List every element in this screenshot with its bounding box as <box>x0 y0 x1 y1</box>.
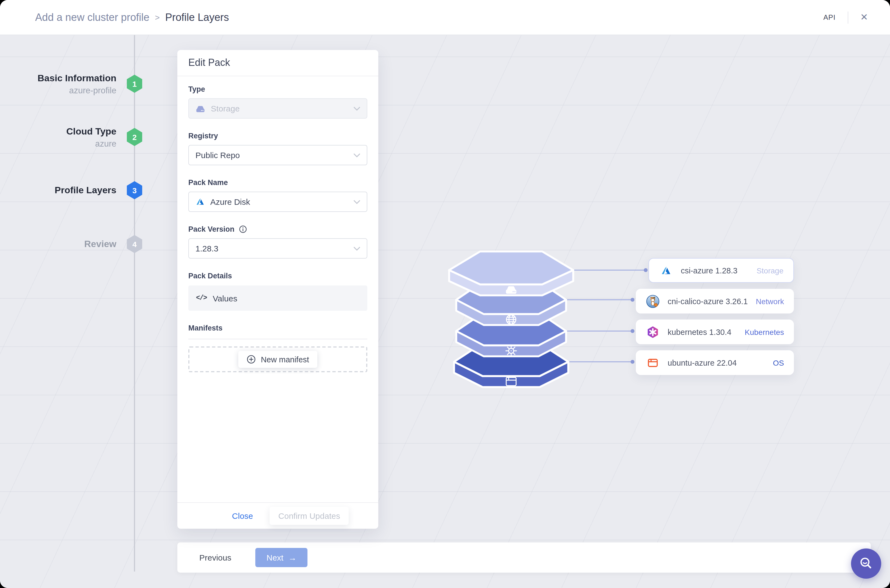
pack-card-category: OS <box>773 358 784 367</box>
pack-values-row[interactable]: </> Values <box>188 285 367 311</box>
os-window-icon <box>506 378 516 386</box>
api-button[interactable]: API <box>823 13 835 21</box>
stack-layer-network <box>456 281 566 325</box>
zoom-search-fab[interactable] <box>851 549 881 579</box>
pack-card-csi-azure[interactable]: csi-azure 1.28.3 Storage <box>648 258 794 283</box>
stage: Add a new cluster profile > Profile Laye… <box>0 0 890 588</box>
registry-value: Public Repo <box>195 150 240 160</box>
pack-name-value: Azure Disk <box>210 197 250 206</box>
step-profile-layers[interactable]: Profile Layers <box>0 175 116 206</box>
pack-name-select[interactable]: Azure Disk <box>188 192 367 212</box>
header-actions: API ✕ <box>823 11 868 23</box>
panel-title: Edit Pack <box>177 50 378 76</box>
pack-version-value: 1.28.3 <box>195 244 218 253</box>
step-basic-information[interactable]: Basic Information azure-profile <box>0 69 116 99</box>
confirm-updates-button[interactable]: Confirm Updates <box>270 507 349 525</box>
storage-drive-icon <box>195 104 206 113</box>
magnifier-icon <box>859 556 873 571</box>
globe-icon <box>506 315 516 324</box>
new-manifest-button[interactable]: New manifest <box>238 351 317 368</box>
step-subtitle: azure <box>95 139 116 148</box>
close-button[interactable]: Close <box>232 511 253 520</box>
pack-card-name: csi-azure 1.28.3 <box>681 266 737 275</box>
header-divider <box>848 11 848 23</box>
stepper-line <box>134 35 135 572</box>
pack-card-category: Network <box>756 297 784 306</box>
type-value: Storage <box>211 104 240 113</box>
pack-card-name: ubuntu-azure 22.04 <box>668 358 737 367</box>
pack-card-kubernetes[interactable]: kubernetes 1.30.4 Kubernetes <box>636 320 794 344</box>
connector-dots <box>630 268 648 364</box>
registry-label: Registry <box>188 132 367 140</box>
registry-select[interactable]: Public Repo <box>188 145 367 165</box>
header: Add a new cluster profile > Profile Laye… <box>0 0 890 35</box>
stack-layer-os <box>454 343 568 387</box>
panel-footer: Close Confirm Updates <box>177 502 378 529</box>
step-badge-3[interactable]: 3 <box>127 181 142 199</box>
manifests-divider <box>188 339 367 339</box>
azure-icon <box>659 263 673 278</box>
breadcrumb: Add a new cluster profile > Profile Laye… <box>35 11 229 23</box>
step-title: Basic Information <box>38 73 116 84</box>
pack-name-label: Pack Name <box>188 178 367 187</box>
pack-version-select[interactable]: 1.28.3 <box>188 238 367 259</box>
connector-lines <box>566 270 646 362</box>
breadcrumb-current: Profile Layers <box>165 11 229 23</box>
step-badge-1[interactable]: 1 <box>127 75 142 93</box>
chevron-down-icon <box>354 200 360 204</box>
step-cloud-type[interactable]: Cloud Type azure <box>0 122 116 153</box>
stack-layer-kubernetes <box>456 312 566 356</box>
pack-card-ubuntu-azure[interactable]: ubuntu-azure 22.04 OS <box>636 350 794 375</box>
breadcrumb-separator: > <box>155 13 160 22</box>
pack-card-name: cni-calico-azure 3.26.1 <box>668 297 748 306</box>
pack-card-category: Storage <box>756 266 783 275</box>
step-title: Review <box>84 239 116 250</box>
pack-values-label: Values <box>213 294 237 303</box>
pack-version-label: Pack Version <box>188 225 367 233</box>
kubernetes-helm-icon <box>506 346 516 356</box>
pack-card-cni-calico-azure[interactable]: cni-calico-azure 3.26.1 Network <box>636 289 794 314</box>
code-icon: </> <box>196 294 207 302</box>
new-manifest-label: New manifest <box>261 355 309 364</box>
step-review[interactable]: Review <box>0 229 116 260</box>
info-icon[interactable] <box>239 225 247 233</box>
step-badge-4[interactable]: 4 <box>127 235 142 253</box>
type-select[interactable]: Storage <box>188 98 367 118</box>
breadcrumb-parent[interactable]: Add a new cluster profile <box>35 11 149 23</box>
pack-version-label-text: Pack Version <box>188 225 234 233</box>
plus-circle-icon <box>246 355 256 364</box>
pack-card-name: kubernetes 1.30.4 <box>668 327 731 336</box>
calico-icon <box>646 294 660 308</box>
chevron-down-icon <box>354 106 360 111</box>
ubuntu-icon <box>646 356 660 370</box>
step-title: Profile Layers <box>55 185 116 196</box>
kubernetes-icon <box>646 325 660 339</box>
stack-layer-storage <box>449 252 573 296</box>
next-button[interactable]: Next → <box>255 548 308 567</box>
main-content: Basic Information azure-profile 1 Cloud … <box>0 35 890 588</box>
wizard-nav-bar: Previous Next → <box>177 542 871 573</box>
step-title: Cloud Type <box>66 126 116 137</box>
step-subtitle: azure-profile <box>69 86 116 95</box>
chevron-down-icon <box>354 153 360 157</box>
manifests-dropzone: New manifest <box>188 346 367 372</box>
pack-details-label: Pack Details <box>188 272 367 280</box>
next-label: Next <box>267 553 284 562</box>
type-label: Type <box>188 85 367 93</box>
panel-body: Type Storage Registry Public Repo <box>177 76 378 372</box>
arrow-right-icon: → <box>288 553 297 562</box>
storage-drive-icon <box>506 286 516 294</box>
edit-pack-panel: Edit Pack Type Storage Registry <box>177 50 378 529</box>
pack-card-category: Kubernetes <box>745 327 784 336</box>
chevron-down-icon <box>354 246 360 250</box>
close-icon[interactable]: ✕ <box>860 13 868 22</box>
app-window: Add a new cluster profile > Profile Laye… <box>0 0 890 588</box>
step-badge-2[interactable]: 2 <box>127 128 142 146</box>
previous-button[interactable]: Previous <box>199 553 231 562</box>
manifests-label: Manifests <box>188 324 367 332</box>
azure-icon <box>195 197 205 206</box>
